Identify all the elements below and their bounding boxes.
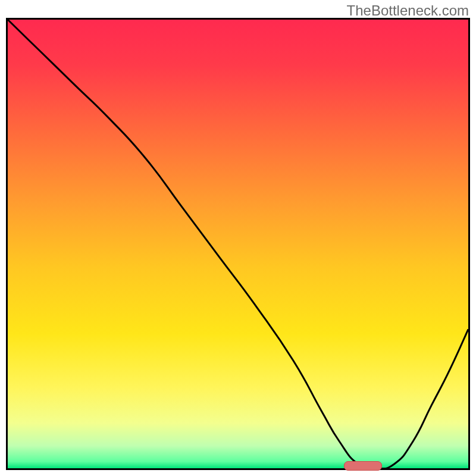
watermark-text: TheBottleneck.com: [347, 2, 469, 19]
chart-frame: [6, 18, 470, 470]
chart-canvas: [8, 20, 468, 468]
optimal-range-marker: [344, 461, 382, 471]
